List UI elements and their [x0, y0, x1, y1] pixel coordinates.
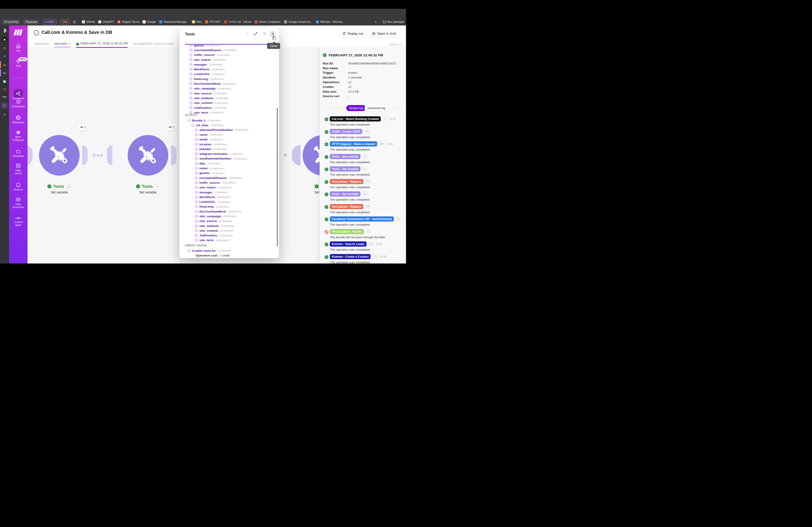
expand-plus-icon[interactable]: +: [195, 143, 198, 146]
collection-field-row[interactable]: + utm_medium: (Collection): [189, 96, 237, 101]
tab-gmail[interactable]: M: [0, 87, 9, 91]
bookmark-folder-chip[interactable]: AI Learning: [2, 19, 20, 24]
expand-plus-icon[interactable]: +: [195, 200, 198, 203]
expand-plus-icon[interactable]: +: [195, 205, 198, 208]
collapse-minus-icon[interactable]: −: [191, 124, 194, 127]
kebab-menu-icon[interactable]: ⋮: [244, 31, 250, 37]
sidebar-item-data-structures[interactable]: Data structures: [9, 197, 28, 209]
collection-field-row[interactable]: + utm_term: (Collection): [195, 238, 248, 243]
modal-scrollbar[interactable]: [277, 108, 278, 246]
log-entry[interactable]: Flow Control - Router 12 The bundle did …: [320, 229, 406, 242]
tab-group-gooffer[interactable]: Go: [0, 72, 9, 74]
collection-field-row[interactable]: + manager: (Collection): [189, 62, 237, 67]
expand-plus-icon[interactable]: +: [195, 157, 198, 160]
log-entry[interactable]: Kommo - Create a Contact 25 +0.4s The op…: [320, 254, 406, 264]
collection-field-row[interactable]: + smsReminderNumber: (Collection): [195, 156, 248, 161]
expand-plus-icon[interactable]: +: [189, 63, 192, 66]
tab-calendar[interactable]: 27: [0, 79, 9, 84]
log-entry[interactable]: Tools - Set variable 34 The operation wa…: [320, 191, 406, 204]
bookmark-item[interactable]: Password Manage...: [159, 20, 188, 24]
bundle-row[interactable]: − Bundle 1: (Collection): [188, 118, 221, 123]
bookmark-item[interactable]: Home | Codewars: [255, 20, 280, 24]
module-badge[interactable]: Text parser - Replace: [330, 179, 363, 184]
expand-plus-icon[interactable]: +: [195, 225, 198, 227]
bookmark-item[interactable]: ▲ Miroslav - Microso...: [316, 20, 345, 24]
bookmark-folder-chip[interactable]: Редакция: [23, 19, 40, 24]
log-entry[interactable]: Text parser - Replace 33 The operation w…: [320, 179, 406, 192]
expand-plus-icon[interactable]: +: [189, 58, 192, 61]
sidebar-item-webhooks[interactable]: Webhooks: [9, 115, 28, 124]
collection-field-row[interactable]: + name: (Collection): [195, 132, 248, 137]
expand-plus-icon[interactable]: +: [195, 167, 198, 170]
collapse-minus-icon[interactable]: −: [188, 249, 191, 252]
collection-field-row[interactable]: + linkedin: (Collection): [195, 147, 248, 151]
bookmark-item[interactable]: Google Cloud con...: [284, 20, 313, 24]
expand-plus-icon[interactable]: +: [189, 106, 192, 109]
collection-field-row[interactable]: + HowLong: (Collection): [189, 77, 237, 81]
log-entry[interactable]: Kommo - Search Leads 20 +0.3s The operat…: [320, 241, 406, 254]
expand-plus-icon[interactable]: +: [189, 87, 192, 90]
expand-plus-icon[interactable]: +: [189, 92, 192, 95]
expand-plus-icon[interactable]: +: [195, 133, 198, 136]
bookmark-item[interactable]: PST.NET: [205, 20, 221, 24]
operations-count-badge[interactable]: 1: [166, 124, 177, 130]
help-icon[interactable]: ?: [261, 31, 267, 37]
advanced-log-tab[interactable]: Advanced log: [364, 105, 388, 111]
all-bookmarks-button[interactable]: Все закладки: [383, 20, 404, 24]
collection-field-row[interactable]: + WorkPerm: (Collection): [189, 67, 237, 72]
expand-plus-icon[interactable]: +: [195, 196, 198, 199]
module-badge[interactable]: Kommo - Create a Contact: [330, 254, 371, 259]
modal-scroll-area[interactable]: + guests: (Collection) + rescheduleReaso…: [179, 45, 279, 258]
module-tools-4[interactable]: [128, 135, 168, 176]
expand-plus-icon[interactable]: +: [195, 162, 198, 165]
tab-groups-icon[interactable]: [73, 20, 76, 23]
collection-field-row[interactable]: + manager: (Collection): [195, 190, 248, 195]
add-tab-icon[interactable]: +: [0, 112, 9, 117]
tab-current-run[interactable]: ✓FEBRUARY 27, 2026 12:48:32 PM: [76, 42, 128, 48]
log-entry[interactable]: HTTP (legacy) - Make a request 29 +0.3s …: [320, 141, 406, 154]
collection-field-row[interactable]: + rescheduleReason: (Collection): [195, 175, 248, 180]
module-badge[interactable]: HTTP (legacy) - Make a request: [330, 141, 377, 147]
expand-plus-icon[interactable]: +: [195, 177, 198, 179]
expand-plus-icon[interactable]: +: [189, 73, 192, 76]
expand-plus-icon[interactable]: +: [195, 186, 198, 189]
module-tools-22[interactable]: [39, 135, 79, 176]
expand-plus-icon[interactable]: +: [195, 239, 198, 242]
expand-plus-icon[interactable]: +: [189, 45, 192, 47]
expand-plus-icon[interactable]: +: [195, 191, 198, 194]
module-badge[interactable]: Flow Control - Router: [330, 229, 364, 234]
module-badge[interactable]: Tools - Set variable: [330, 166, 360, 171]
collection-field-row[interactable]: + notes: (Collection): [195, 166, 248, 171]
collection-field-row[interactable]: + rescheduleReason: (Collection): [189, 48, 237, 52]
sidebar-item-custom-apps[interactable]: Custom Apps: [9, 216, 28, 227]
back-button[interactable]: ←: [34, 30, 39, 35]
sidebar-item-scenarios[interactable]: Scenarios: [9, 91, 28, 100]
collapse-minus-icon[interactable]: −: [188, 119, 191, 122]
collection-field-row[interactable]: + DouYouHaveWork: (Collection): [195, 209, 248, 214]
sidebar-item-credentials[interactable]: Credentials: [9, 100, 28, 108]
log-entry[interactable]: Tools - Set variable 4 The operation was…: [320, 166, 406, 179]
expand-plus-icon[interactable]: +: [189, 49, 192, 51]
collection-field-row[interactable]: + utm_match: (Collection): [195, 185, 248, 190]
module-badge[interactable]: JSON - Create JSON: [330, 129, 362, 134]
collection-field-row[interactable]: + attendeePhoneNumber: (Collection): [195, 127, 248, 132]
app-avatar-starburst[interactable]: ✳: [0, 46, 9, 51]
sidebar-item-mcp-toolboxes[interactable]: MCP Toolboxes: [9, 130, 28, 141]
expand-icon[interactable]: [252, 31, 259, 37]
collection-field-row[interactable]: + JobPosition: (Collection): [195, 233, 248, 238]
collection-field-row[interactable]: + utm_content: (Collection): [189, 101, 237, 105]
expand-plus-icon[interactable]: +: [195, 148, 198, 151]
collection-field-row[interactable]: + utm_source: (Collection): [189, 91, 237, 95]
expand-plus-icon[interactable]: +: [189, 54, 192, 56]
bookmark-item[interactable]: To-Do List · GitLab: [224, 20, 251, 24]
bookmark-folder-chip[interactable]: Utils: [60, 19, 70, 25]
operations-count-badge[interactable]: 1: [78, 124, 88, 130]
toggle-sidebar-icon[interactable]: [0, 29, 9, 33]
expand-plus-icon[interactable]: +: [195, 152, 198, 155]
sidebar-item-org[interactable]: Org: [9, 44, 28, 52]
collection-field-row[interactable]: + JobPosition: (Collection): [189, 105, 237, 110]
replay-run-button[interactable]: Replay run: [339, 30, 366, 37]
collection-field-row[interactable]: + utm_source: (Collection): [195, 219, 248, 223]
log-entry[interactable]: Cal.com - Watch Booking Created 1 +0.3s …: [320, 116, 406, 129]
bookmark-item[interactable]: M Miro: [192, 20, 202, 24]
